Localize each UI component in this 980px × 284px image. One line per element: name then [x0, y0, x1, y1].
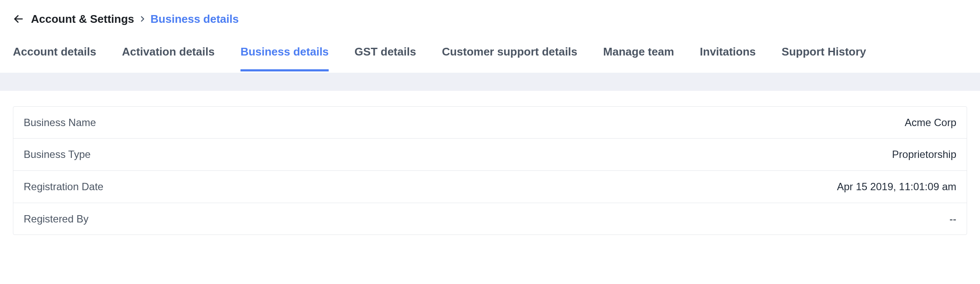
details-card: Business NameAcme CorpBusiness TypePropr…	[13, 106, 967, 235]
breadcrumb-parent[interactable]: Account & Settings	[31, 11, 134, 27]
detail-row: Business TypeProprietorship	[13, 139, 967, 171]
detail-label: Business Name	[24, 115, 96, 130]
chevron-right-icon	[139, 15, 146, 23]
detail-label: Business Type	[24, 147, 91, 162]
detail-value: Acme Corp	[905, 115, 956, 130]
breadcrumb-current: Business details	[151, 11, 239, 27]
tab-invitations[interactable]: Invitations	[700, 44, 756, 71]
tab-support-history[interactable]: Support History	[782, 44, 866, 71]
tab-gst-details[interactable]: GST details	[354, 44, 416, 71]
detail-label: Registered By	[24, 212, 89, 226]
tab-business-details[interactable]: Business details	[240, 44, 329, 71]
tab-manage-team[interactable]: Manage team	[603, 44, 674, 71]
detail-row: Business NameAcme Corp	[13, 107, 967, 139]
detail-value: --	[949, 212, 956, 226]
tabs-bar: Account detailsActivation detailsBusines…	[0, 32, 980, 72]
details-section: Business NameAcme CorpBusiness TypePropr…	[0, 91, 980, 235]
detail-row: Registered By--	[13, 203, 967, 235]
tab-activation-details[interactable]: Activation details	[122, 44, 215, 71]
detail-value: Apr 15 2019, 11:01:09 am	[837, 179, 956, 194]
detail-row: Registration DateApr 15 2019, 11:01:09 a…	[13, 171, 967, 203]
back-icon[interactable]	[13, 13, 24, 25]
tab-customer-support-details[interactable]: Customer support details	[442, 44, 577, 71]
separator-strip	[0, 73, 980, 91]
detail-value: Proprietorship	[892, 147, 956, 162]
detail-label: Registration Date	[24, 179, 103, 194]
breadcrumb: Account & Settings Business details	[0, 0, 980, 32]
tab-account-details[interactable]: Account details	[13, 44, 96, 71]
